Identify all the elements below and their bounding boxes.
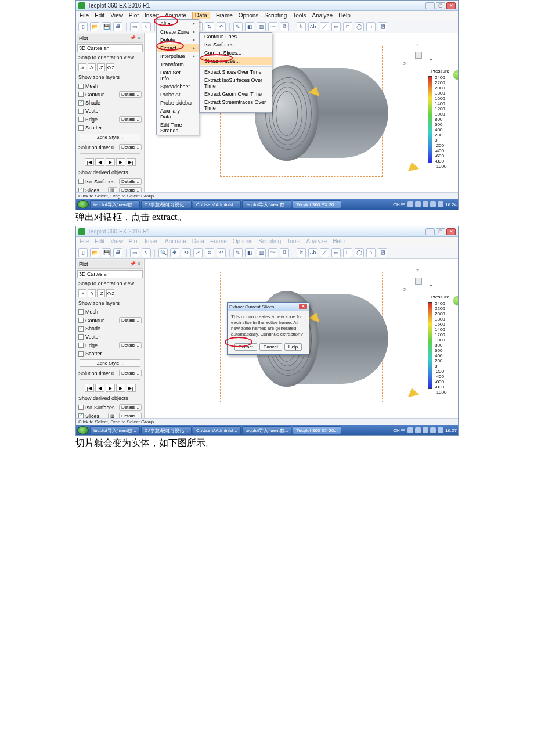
submenu-item[interactable]: Current Slices... [200,49,272,57]
clock[interactable]: 16:24 [445,202,457,207]
menu-scripting[interactable]: Scripting [264,12,287,19]
undo-icon[interactable]: ↶ [217,22,226,31]
edge-check[interactable] [78,117,84,122]
cancel-button[interactable]: Cancel [259,343,282,351]
menu-item[interactable]: Spreadsheet... [157,82,199,91]
slice-icon[interactable]: ▥ [257,22,266,31]
open-icon[interactable]: 📂 [90,22,99,31]
menu-edit[interactable]: Edit [95,12,104,19]
menu-item[interactable]: Delete▸ [157,36,199,44]
new-icon[interactable]: ▯ [78,22,88,31]
submenu-item[interactable]: Extract Streamtraces Over Time [200,98,272,112]
next-icon[interactable]: ▶ [116,158,125,166]
slice-icon-btn[interactable]: ▥ [108,187,117,192]
menu-item[interactable]: Extract▸ [157,44,199,52]
tray-icon[interactable] [407,201,413,207]
menu-tools[interactable]: Tools [293,12,306,19]
contour-check[interactable] [78,92,84,97]
menu-item[interactable]: Create Zone▸ [157,28,199,36]
last-icon[interactable]: ▶| [127,158,136,166]
menu-options[interactable]: Options [239,12,258,19]
axis-triad[interactable]: Z Y X [406,44,431,69]
submenu-item[interactable]: Contour Lines... [200,33,272,41]
menu-view[interactable]: View [110,12,123,19]
task-item[interactable]: C:\Users\Administ... [193,200,241,208]
view-neg-x[interactable]: -X [78,63,86,71]
view-neg-y[interactable]: -Y [88,63,96,71]
text-icon[interactable]: Ab [308,22,317,31]
view-xyz[interactable]: XYZ [106,63,114,71]
zone-style-button[interactable]: Zone Style... [80,134,140,141]
submenu-item[interactable]: Extract Slices Over Time [200,68,272,76]
tray-icon[interactable] [438,201,443,207]
maximize-button[interactable]: ▢ [436,2,445,9]
line-icon[interactable]: ／ [320,22,329,31]
help-button[interactable]: Help [284,343,302,351]
menu-frame[interactable]: Frame [216,12,233,19]
tray-icon[interactable] [423,201,428,207]
clock[interactable]: 16:27 [445,428,457,433]
probe-icon[interactable]: ✎ [233,22,243,31]
task-item[interactable]: tecplot导入fluent数... [242,200,292,208]
menu-animate[interactable]: Animate [165,12,186,19]
slices-check[interactable] [78,188,84,192]
pointer-icon[interactable]: ↖ [142,22,151,31]
contour-details[interactable]: Details... [119,91,142,98]
menu-item[interactable]: Probe sidebar [157,99,199,107]
contour-icon[interactable]: ◧ [245,22,254,31]
menu-item[interactable]: Probe At... [157,91,199,99]
image-icon[interactable]: 🖼 [378,22,387,31]
menu-item[interactable]: Edit Time Strands... [157,121,199,135]
start-button[interactable] [77,200,89,208]
menu-item[interactable]: Data Set Info... [157,69,199,82]
tray-icon[interactable] [415,201,421,207]
submenu-item[interactable]: Iso-Surfaces... [200,41,272,49]
menu-analyze[interactable]: Analyze [312,12,333,19]
extract-icon[interactable]: ⧉ [280,22,289,31]
function-icon[interactable]: f𝑥 [297,22,306,31]
menu-insert[interactable]: Insert [145,12,159,19]
ellipse-icon[interactable]: ◯ [355,22,364,31]
minimize-button[interactable]: – [425,2,435,9]
maximize-button[interactable]: ▢ [436,228,445,235]
scatter-check[interactable] [78,125,84,131]
close-button[interactable]: ✕ [446,2,456,9]
shade-check[interactable] [78,100,84,106]
solution-details[interactable]: Details... [119,144,142,150]
submenu-item[interactable]: Extract IsoSurfaces Over Time [200,76,272,90]
task-item-active[interactable]: Tecplot 360 EX 20... [293,200,341,208]
iso-check[interactable] [78,179,84,184]
edge-details[interactable]: Details... [119,116,142,123]
tray-icon[interactable] [430,201,436,207]
print-icon[interactable]: 🖶 [113,22,122,31]
menu-file[interactable]: File [80,12,89,19]
menu-item[interactable]: Transform... [157,60,199,69]
play-icon[interactable]: ▶ [106,158,115,166]
menu-plot[interactable]: Plot [129,12,139,19]
minimize-button[interactable]: – [425,228,435,235]
rect-icon[interactable]: ▭ [331,22,341,31]
extract-button[interactable]: Extract [234,343,257,351]
vector-check[interactable] [78,109,84,114]
menu-help[interactable]: Help [338,12,351,19]
submenu-item[interactable]: Streamtraces... [200,57,272,65]
panel-pin-icon[interactable]: 📌 ✕ [130,35,141,41]
submenu-item[interactable]: Extract Geom Over Time [200,90,272,98]
menu-data[interactable]: Data [192,12,210,19]
save-icon[interactable]: 💾 [102,22,111,31]
menu-item[interactable]: Alter▸ [157,20,199,28]
task-item[interactable]: tecplot导入fluent数... [90,200,140,208]
first-icon[interactable]: |◀ [85,158,94,166]
prev-icon[interactable]: ◀ [95,158,104,166]
menu-item[interactable]: Auxiliary Data... [157,107,199,121]
plot-type-select[interactable]: 3D Cartesian [79,45,110,51]
square-icon[interactable]: □ [343,22,352,31]
task-item[interactable]: D:\李慧\裂缝可视化... [141,200,192,208]
redraw-icon[interactable]: ↻ [205,22,214,31]
dialog-close-icon[interactable]: ✕ [299,304,307,309]
close-button[interactable]: ✕ [446,228,456,235]
time-slider[interactable] [80,153,140,154]
stream-icon[interactable]: 〰 [268,22,277,31]
menu-item[interactable]: Interpolate▸ [157,52,199,60]
circle-icon[interactable]: ○ [366,22,376,31]
